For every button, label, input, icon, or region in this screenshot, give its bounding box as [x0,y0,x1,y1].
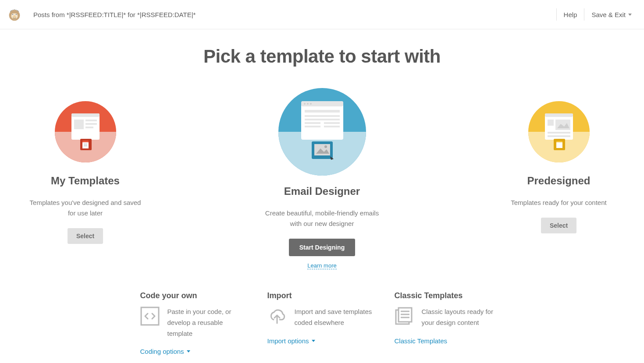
svg-rect-14 [85,123,97,125]
link-label: Coding options [140,348,184,355]
svg-rect-29 [305,110,340,113]
options-row: Code your own Paste in your code, or dev… [0,291,644,363]
option-title: Classic Templates [395,291,504,300]
select-my-templates-button[interactable]: Select [68,228,103,244]
topbar-actions: Help Save & Exit [549,8,632,21]
help-link[interactable]: Help [564,11,577,18]
svg-point-5 [16,14,17,15]
campaign-title: Posts from *|RSSFEED:TITLE|* for *|RSSFE… [33,11,549,18]
chevron-down-icon [628,14,632,16]
svg-rect-38 [314,144,330,155]
card-title: Email Designer [284,185,360,197]
card-predesigned: Predesigned Templates ready for your con… [498,88,620,269]
option-title: Code your own [140,291,250,300]
divider [556,8,557,21]
svg-rect-18 [82,141,89,142]
option-desc: Import and save templates coded elsewher… [295,307,377,328]
topbar: Posts from *|RSSFEED:TITLE|* for *|RSSFE… [0,0,644,29]
svg-rect-55 [141,307,159,325]
option-import: Import Import and save templates coded e… [267,291,377,356]
svg-rect-47 [548,120,554,126]
code-icon [140,307,160,326]
link-label: Classic Templates [395,337,448,345]
card-desc: Templates ready for your content [511,197,606,208]
classic-templates-link[interactable]: Classic Templates [395,337,448,345]
svg-rect-15 [85,127,93,128]
svg-point-27 [307,103,309,105]
predesigned-icon [528,101,590,162]
svg-rect-34 [305,126,320,127]
classic-templates-icon [395,307,414,326]
chevron-down-icon [312,340,315,342]
svg-rect-54 [556,141,562,142]
email-designer-icon [278,88,366,176]
templates-row: My Templates Templates you've designed a… [0,88,644,269]
cloud-upload-icon [267,307,287,326]
brand-logo-icon [6,6,23,23]
svg-rect-13 [85,120,97,121]
import-options-link[interactable]: Import options [267,337,315,345]
coding-options-link[interactable]: Coding options [140,348,190,355]
option-title: Import [267,291,377,300]
card-email-designer: Email Designer Create beautiful, mobile-… [261,88,384,269]
svg-point-28 [310,103,312,105]
save-exit-label: Save & Exit [591,11,626,18]
card-desc: Create beautiful, mobile-friendly emails… [265,208,379,229]
card-desc: Templates you've designed and saved for … [28,197,142,219]
divider [584,8,584,21]
option-classic-templates: Classic Templates Classic layouts ready … [395,291,504,356]
option-code-your-own: Code your own Paste in your code, or dev… [140,291,250,356]
svg-rect-32 [305,122,320,124]
option-desc: Paste in your code, or develop a reusabl… [167,307,250,339]
card-title: Predesigned [527,175,590,187]
svg-rect-46 [545,113,573,117]
option-desc: Classic layouts ready for your design co… [422,307,504,328]
start-designing-button[interactable]: Start Designing [289,239,355,256]
svg-point-3 [12,14,13,15]
learn-more-link[interactable]: Learn more [307,262,336,269]
save-exit-button[interactable]: Save & Exit [591,11,632,18]
svg-point-6 [13,15,16,18]
svg-rect-30 [305,115,340,117]
svg-rect-31 [305,119,340,120]
svg-rect-51 [548,135,570,137]
page-title: Pick a template to start with [0,46,644,67]
svg-point-40 [324,145,327,148]
my-templates-icon [55,101,116,162]
svg-rect-50 [548,132,570,134]
chevron-down-icon [187,350,190,352]
svg-rect-48 [555,120,570,130]
svg-rect-20 [84,145,87,146]
card-my-templates: My Templates Templates you've designed a… [24,88,147,269]
card-title: My Templates [51,175,120,187]
link-label: Import options [267,337,309,345]
svg-rect-11 [71,113,100,117]
svg-point-26 [304,103,306,105]
select-predesigned-button[interactable]: Select [541,218,576,233]
svg-rect-33 [324,122,340,124]
svg-rect-35 [324,126,340,127]
svg-rect-19 [84,144,87,144]
svg-rect-12 [74,120,84,129]
